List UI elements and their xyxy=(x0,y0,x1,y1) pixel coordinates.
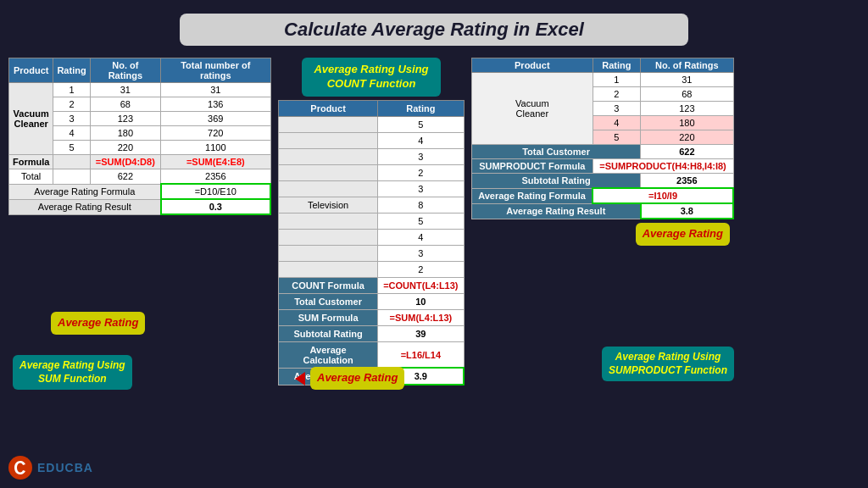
avg-sumproduct-callout: Average Rating UsingSUMPRODUCT Function xyxy=(602,347,734,381)
total-row: Total 622 2356 xyxy=(9,169,271,185)
table-row: Television 8 xyxy=(279,197,465,213)
right-section: Product Rating No. of Ratings VacuumClea… xyxy=(471,58,734,385)
col-rating: Rating xyxy=(53,58,90,83)
logo-text: EDUCBA xyxy=(37,461,93,474)
avg-calc-row: Average Calculation =L16/L14 xyxy=(279,341,465,368)
avg-result-row-right: Average Rating Result 3.8 xyxy=(472,203,734,219)
table-row: 5 xyxy=(279,213,465,229)
avg-rating-label-left: Average Rating xyxy=(51,312,145,335)
avg-rating-callout-left: Average Rating xyxy=(51,312,145,335)
table-row: 4 xyxy=(279,132,465,148)
right-col-no-ratings: No. of Ratings xyxy=(641,58,733,73)
sum-formula-row: SUM Formula =SUM(L4:L13) xyxy=(279,309,465,325)
col-total-ratings: Total number of ratings xyxy=(161,58,270,83)
logo-area: EDUCBA xyxy=(8,456,93,480)
main-container: Calculate Average Rating in Excel Produc… xyxy=(0,0,868,488)
table-row: 3 xyxy=(279,148,465,164)
mid-col-rating: Rating xyxy=(378,100,464,116)
table-row: 2 xyxy=(279,261,465,277)
avg-sum-callout: Average Rating UsingSUM Function xyxy=(13,355,132,390)
arrow-left-icon xyxy=(295,372,305,385)
avg-formula-row: Average Rating Formula =D10/E10 xyxy=(9,184,271,199)
right-col-rating: Rating xyxy=(593,58,641,73)
left-table: Product Rating No. of Ratings Total numb… xyxy=(8,58,271,215)
table-row: 2 xyxy=(279,164,465,180)
rating-cell: 1 xyxy=(53,83,90,97)
content-area: Product Rating No. of Ratings Total numb… xyxy=(0,58,868,385)
col-no-ratings: No. of Ratings xyxy=(90,58,160,83)
total-customer-row: Total Customer 10 xyxy=(279,293,465,309)
middle-table: Product Rating 5 4 3 xyxy=(278,100,465,386)
total-cell: 31 xyxy=(161,83,270,97)
avg-rating-label-right: Average Rating xyxy=(636,223,730,246)
page-title: Calculate Average Rating in Excel xyxy=(197,19,671,41)
table-row: 3 xyxy=(279,245,465,261)
avg-rating-callout-right: Average Rating xyxy=(636,223,730,246)
avg-result-row: Average Rating Result 0.3 xyxy=(9,199,271,214)
count-cell: 31 xyxy=(90,83,160,97)
right-col-product: Product xyxy=(472,58,593,73)
right-table: Product Rating No. of Ratings VacuumClea… xyxy=(471,58,734,219)
formula-row: Formula =SUM(D4:D8) =SUM(E4:E8) xyxy=(9,155,271,169)
table-row: 3 xyxy=(279,180,465,197)
logo-svg xyxy=(12,459,29,476)
table-row: 4 xyxy=(279,229,465,245)
subtotal-row: Subtotal Rating 2356 xyxy=(472,174,734,189)
avg-formula-row-right: Average Rating Formula =I10/I9 xyxy=(472,188,734,203)
avg-sum-label: Average Rating UsingSUM Function xyxy=(13,355,132,390)
total-customer-row: Total Customer 622 xyxy=(472,145,734,159)
count-function-label: Average Rating UsingCOUNT Function xyxy=(302,58,440,97)
left-section: Product Rating No. of Ratings Total numb… xyxy=(8,58,271,385)
count-formula-row: COUNT Formula =COUNT(L4:L13) xyxy=(279,277,465,293)
table-row: 5 xyxy=(279,116,465,132)
sumproduct-formula-row: SUMPRODUCT Formula =SUMPRODUCT(H4:H8,I4:… xyxy=(472,159,734,174)
mid-col-product: Product xyxy=(279,100,378,116)
avg-sumproduct-label: Average Rating UsingSUMPRODUCT Function xyxy=(602,347,734,381)
subtotal-row: Subtotal Rating 39 xyxy=(279,325,465,341)
avg-rating-callout-middle: Average Rating xyxy=(295,367,404,390)
title-box: Calculate Average Rating in Excel xyxy=(180,14,688,46)
logo-icon xyxy=(8,456,32,480)
avg-rating-label-middle: Average Rating xyxy=(310,367,404,390)
table-row: VacuumCleaner 1 31 31 xyxy=(9,83,271,97)
table-row: VacuumCleaner 1 31 xyxy=(472,73,734,87)
col-product: Product xyxy=(9,58,53,83)
middle-section: Average Rating UsingCOUNT Function Produ… xyxy=(278,58,465,385)
product-cell: VacuumCleaner xyxy=(9,83,53,155)
